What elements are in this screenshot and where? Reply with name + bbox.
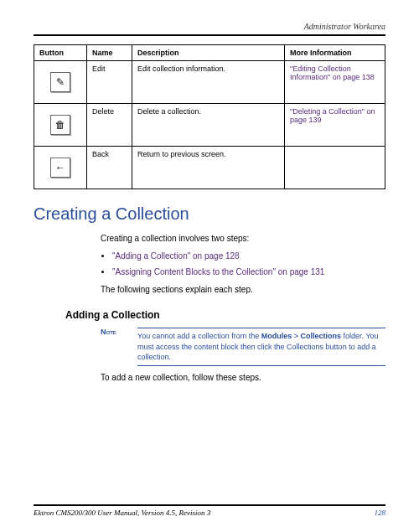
- back-icon: ←: [50, 158, 70, 178]
- cell-name: Delete: [87, 104, 132, 147]
- cell-name: Back: [87, 147, 132, 189]
- bullet-item: "Assigning Content Blocks to the Collect…: [112, 266, 385, 278]
- bullet-item: "Adding a Collection" on page 128: [112, 250, 385, 262]
- subsection-title: Adding a Collection: [65, 309, 385, 321]
- edit-icon: ✎: [50, 72, 70, 92]
- cell-description: Return to previous screen.: [132, 147, 285, 189]
- footer-rule: [34, 504, 385, 506]
- cell-button: 🗑: [34, 104, 87, 147]
- link-adding-collection[interactable]: "Adding a Collection" on page 128: [112, 251, 240, 261]
- cell-more: [285, 147, 385, 189]
- footer-manual: Ektron CMS200/300 User Manual, Version 4…: [34, 509, 210, 517]
- subsection-body: To add a new collection, follow these st…: [101, 371, 385, 384]
- note-text: You cannot add a collection from the Mod…: [137, 328, 385, 366]
- cell-more: "Editing Collection Information" on page…: [285, 61, 385, 104]
- table-header-row: Button Name Description More Information: [34, 45, 385, 61]
- section-title: Creating a Collection: [34, 204, 385, 224]
- delete-icon: 🗑: [50, 115, 70, 135]
- section-intro: Creating a collection involves two steps…: [101, 232, 385, 245]
- header-breadcrumb: Administrator Workarea: [34, 22, 385, 34]
- cell-button: ←: [34, 147, 87, 189]
- footer-page-number: 128: [375, 509, 386, 517]
- th-button: Button: [34, 45, 87, 61]
- note-label: Note: [101, 328, 129, 336]
- th-description: Description: [132, 45, 285, 61]
- th-more: More Information: [285, 45, 385, 61]
- link-assigning-blocks[interactable]: "Assigning Content Blocks to the Collect…: [112, 267, 324, 276]
- footer: Ektron CMS200/300 User Manual, Version 4…: [34, 504, 385, 517]
- link-edit-info[interactable]: "Editing Collection Information" on page…: [290, 65, 375, 81]
- bullet-list: "Adding a Collection" on page 128 "Assig…: [112, 250, 385, 278]
- cell-description: Delete a collection.: [132, 104, 285, 147]
- link-delete-info[interactable]: "Deleting a Collection" on page 139: [290, 107, 375, 124]
- th-name: Name: [87, 45, 132, 61]
- header-rule: [34, 34, 385, 36]
- cell-more: "Deleting a Collection" on page 139: [285, 104, 385, 147]
- table-row: 🗑 Delete Delete a collection. "Deleting …: [34, 104, 385, 147]
- section-followup: The following sections explain each step…: [101, 283, 385, 296]
- cell-description: Edit collection information.: [132, 61, 285, 104]
- cell-button: ✎: [34, 61, 87, 104]
- note-block: Note You cannot add a collection from th…: [101, 328, 385, 366]
- button-table: Button Name Description More Information…: [34, 44, 385, 189]
- table-row: ✎ Edit Edit collection information. "Edi…: [34, 61, 385, 104]
- table-row: ← Back Return to previous screen.: [34, 147, 385, 189]
- cell-name: Edit: [87, 61, 132, 104]
